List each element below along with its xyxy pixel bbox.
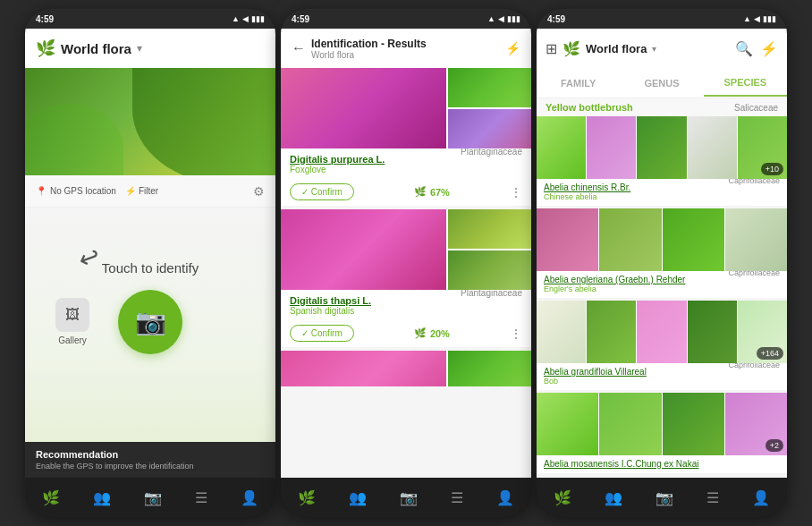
result-common-2: Spanish digitalis <box>290 306 522 316</box>
result-main-image-1 <box>281 68 446 148</box>
settings-icon[interactable]: ⚙ <box>253 184 265 199</box>
nav2-plants-icon: 🌿 <box>298 489 316 506</box>
wifi-icon: ◀ <box>242 14 249 23</box>
tab-genus[interactable]: GENUS <box>620 71 703 96</box>
filter-icon-3[interactable]: ⚡ <box>760 40 778 57</box>
filter-icon-2[interactable]: ⚡ <box>505 41 520 55</box>
tab-species[interactable]: SPECIES <box>704 70 787 97</box>
result-images-2 <box>281 209 531 290</box>
species-img-4c <box>663 393 724 455</box>
menu-dots-2[interactable]: ⋮ <box>510 327 522 341</box>
nav3-community[interactable]: 👥 <box>605 489 622 506</box>
leaf-bg-2 <box>25 104 123 175</box>
species-info-4: Abelia mosanensis I.C.Chung ex Nakai <box>537 455 787 473</box>
gallery-button[interactable]: 🖼 Gallery <box>55 298 89 345</box>
tab-family[interactable]: FAMILY <box>537 71 620 96</box>
filter-button[interactable]: ⚡ Filter <box>125 186 158 196</box>
nav-profile[interactable]: 👤 <box>241 489 258 506</box>
signal-icon: ▲ <box>232 14 240 23</box>
species-info-2: Abelia engleriana (Graebn.) Rehder Capri… <box>537 271 787 298</box>
rec-title: Recommendation <box>36 449 265 460</box>
app-logo-icon: 🌿 <box>36 38 55 58</box>
gps-icon: 📍 <box>36 186 47 196</box>
battery-icon: ▮▮▮ <box>251 14 265 23</box>
wifi-icon-2: ◀ <box>498 14 504 23</box>
camera-button[interactable]: 📷 <box>118 290 182 354</box>
leaf-bg-1 <box>132 68 275 175</box>
arrow-hint: ↩ <box>74 241 104 276</box>
species-item-4[interactable]: +2 Abelia mosanensis I.C.Chung ex Nakai <box>537 393 787 473</box>
result-small-img-1b <box>448 109 531 148</box>
result-actions-2: ✓ Confirm 🌿 20% ⋮ <box>281 321 531 347</box>
back-button[interactable]: ← <box>292 40 306 56</box>
confidence-1: 🌿 67% <box>414 186 450 198</box>
species-list: +10 Abelia chinensis R.Br. Caprifoliacea… <box>537 116 787 478</box>
nav2-camera[interactable]: 📷 <box>400 489 418 506</box>
dropdown-icon[interactable]: ▾ <box>137 42 142 55</box>
nav-plants[interactable]: 🌿 <box>42 489 60 506</box>
app-header-1: 🌿 World flora ▾ <box>25 29 275 68</box>
community-icon: 👥 <box>93 489 111 506</box>
result-small-img-2a <box>448 209 531 249</box>
species-img-3d <box>688 301 737 363</box>
confidence-value-2: 20% <box>430 328 450 339</box>
species-img-1b <box>587 116 636 179</box>
grid-icon[interactable]: ⊞ <box>546 40 557 57</box>
result-small-img-3a <box>448 351 531 386</box>
count-badge-1: +10 <box>761 163 783 175</box>
nav3-plants-icon: 🌿 <box>554 489 571 506</box>
hero-image <box>25 68 275 175</box>
touch-to-identify-label: Touch to identify <box>102 260 199 276</box>
nav3-profile[interactable]: 👤 <box>752 489 770 506</box>
phone-results: 4:59 ▲ ◀ ▮▮▮ ← Identification - Results … <box>281 9 531 517</box>
category-header: Yellow bottlebrush Salicaceae <box>537 98 787 116</box>
species-item-1[interactable]: +10 Abelia chinensis R.Br. Caprifoliacea… <box>537 116 787 206</box>
result-info-1: Digitalis purpurea L. Plantaginaceae Fox… <box>281 148 531 180</box>
phones-container: 4:59 ▲ ◀ ▮▮▮ 🌿 World flora ▾ 📍 No GPS lo… <box>25 9 787 517</box>
nav-community[interactable]: 👥 <box>93 489 111 506</box>
species-img-1a <box>537 116 586 179</box>
recommendation-banner: Recommendation Enable the GPS to improve… <box>25 442 275 478</box>
search-icon-3[interactable]: 🔍 <box>735 40 753 57</box>
nav2-list-icon: ☰ <box>451 489 463 506</box>
nav2-community-icon: 👥 <box>349 489 367 506</box>
result-small-images-1 <box>448 68 531 148</box>
species-img-2c <box>663 208 724 271</box>
species-img-3c <box>637 301 686 363</box>
app-title-1: World flora <box>61 41 131 56</box>
menu-dots-1[interactable]: ⋮ <box>510 185 522 199</box>
nav3-camera[interactable]: 📷 <box>656 489 673 506</box>
nav2-list[interactable]: ☰ <box>451 489 463 506</box>
species-name-4[interactable]: Abelia mosanensis I.C.Chung ex Nakai <box>544 459 780 469</box>
gps-button[interactable]: 📍 No GPS location <box>36 186 116 196</box>
confirm-button-2[interactable]: ✓ Confirm <box>290 325 354 342</box>
results-title: Identification - Results <box>311 38 500 50</box>
phone-home: 4:59 ▲ ◀ ▮▮▮ 🌿 World flora ▾ 📍 No GPS lo… <box>25 9 275 517</box>
nav2-profile[interactable]: 👤 <box>496 489 514 506</box>
species-item-2[interactable]: Abelia engleriana (Graebn.) Rehder Capri… <box>537 208 787 298</box>
result-info-2: Digitalis thapsi L. Plantaginaceae Spani… <box>281 290 531 321</box>
species-item-3[interactable]: +164 Abelia grandifloia Villareal Caprif… <box>537 301 787 390</box>
confirm-button-1[interactable]: ✓ Confirm <box>290 183 354 200</box>
nav2-community[interactable]: 👥 <box>349 489 367 506</box>
nav2-plants[interactable]: 🌿 <box>298 489 316 506</box>
status-icons-2: ▲ ◀ ▮▮▮ <box>487 14 520 23</box>
category-family: Salicaceae <box>734 103 778 113</box>
nav-camera[interactable]: 📷 <box>144 489 162 506</box>
dropdown-icon-3[interactable]: ▾ <box>652 44 656 54</box>
result-actions-1: ✓ Confirm 🌿 67% ⋮ <box>281 180 531 206</box>
result-small-img-1a <box>448 68 531 107</box>
bottom-nav-2: 🌿 👥 📷 ☰ 👤 <box>281 478 531 517</box>
nav-list[interactable]: ☰ <box>195 489 207 506</box>
species-common-3: Bob <box>544 377 780 386</box>
species-img-4a <box>537 393 598 455</box>
results-subtitle: World flora <box>311 50 500 60</box>
list-icon: ☰ <box>195 489 207 506</box>
gallery-label: Gallery <box>58 335 87 345</box>
status-time-1: 4:59 <box>36 14 54 24</box>
result-small-images-2 <box>448 209 531 290</box>
nav3-list[interactable]: ☰ <box>706 489 719 506</box>
nav3-plants[interactable]: 🌿 <box>554 489 571 506</box>
species-img-4b <box>599 393 661 455</box>
leaf-conf-icon-2: 🌿 <box>414 327 427 339</box>
